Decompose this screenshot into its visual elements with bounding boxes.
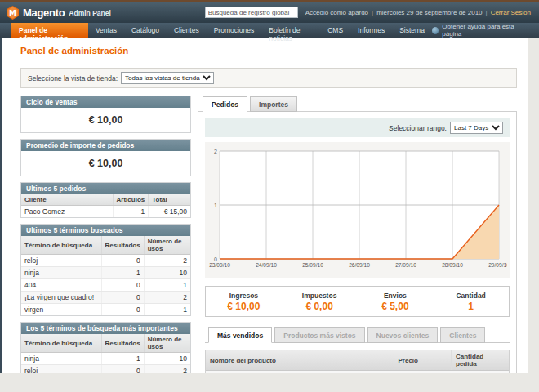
- table-row[interactable]: virgen01: [21, 304, 190, 316]
- current-date: miércoles 29 de septiembre de 2010: [376, 9, 482, 16]
- empty-row: No se encontraron registros.: [206, 371, 509, 374]
- last-orders-title: Ultimos 5 pedidos: [21, 183, 190, 194]
- nav-item-ventas[interactable]: Ventas: [88, 23, 124, 38]
- top-search-terms-table: Término de búsquedaResultadosNúmero de u…: [21, 334, 190, 373]
- sales-cycle-value: € 10,00: [21, 108, 190, 132]
- total-ingresos: Ingresos€ 10,00: [206, 292, 282, 312]
- average-order-title: Promedio de importe de pedidos: [21, 140, 190, 151]
- cell: Paco Gomez: [21, 206, 113, 218]
- column-header-resultados: Resultados: [101, 236, 144, 255]
- total-value: € 5,00: [358, 301, 434, 312]
- tab-mas-vendidos[interactable]: Más vendidos: [208, 327, 272, 343]
- total-cantidad: Cantidad1: [433, 292, 509, 312]
- totals-row: Ingresos€ 10,00Impuestos€ 0,00Envios€ 5,…: [205, 286, 510, 317]
- cell: 0: [101, 279, 144, 292]
- table-row[interactable]: ¡La virgen que cuadro!02: [21, 292, 190, 304]
- nav-item-clientes[interactable]: Clientes: [167, 23, 207, 38]
- nav-item-sistema[interactable]: Sistema: [392, 23, 432, 38]
- total-value: € 0,00: [282, 301, 358, 312]
- nav-item-boletin-de-noticias[interactable]: Boletín de noticias: [261, 23, 320, 38]
- store-view-select[interactable]: Todas las vistas de tienda: [121, 72, 214, 84]
- total-label: Envios: [358, 292, 434, 300]
- nav-item-promociones[interactable]: Promociones: [207, 23, 262, 38]
- table-row[interactable]: reloj02: [21, 255, 190, 267]
- svg-text:1: 1: [214, 203, 217, 208]
- table-row[interactable]: ninja110: [21, 353, 190, 365]
- column-header-articulos: Articulos: [113, 194, 149, 206]
- svg-text:24/09/10: 24/09/10: [256, 262, 277, 268]
- global-search-input[interactable]: [205, 7, 298, 18]
- logo-text: Magento: [23, 7, 65, 19]
- magento-admin-window: M Magento Admin Panel Accedió como apard…: [0, 0, 539, 392]
- column-header-cliente: Cliente: [21, 194, 113, 206]
- help-link[interactable]: Obtener ayuda para esta página: [442, 23, 529, 38]
- tab-importes[interactable]: Importes: [250, 96, 297, 112]
- cell: 0: [101, 304, 144, 316]
- column-header-termino-de-busqueda: Término de búsqueda: [21, 236, 101, 255]
- bestsellers-table: Nombre del productoPrecioCantidad pedida…: [206, 350, 509, 373]
- total-label: Ingresos: [206, 292, 282, 300]
- table-row[interactable]: 40401: [21, 279, 190, 292]
- last-search-terms-table: Término de búsquedaResultadosNúmero de u…: [21, 236, 190, 315]
- cell: 0: [101, 365, 144, 374]
- cell: 1: [144, 304, 190, 316]
- report-tabs: Más vendidosProductos más vistosNuevos c…: [205, 327, 510, 343]
- sales-cycle-box: Ciclo de ventas € 10,00: [20, 96, 191, 133]
- store-view-label: Seleccione la vista de tienda:: [28, 74, 118, 82]
- tab-pedidos[interactable]: Pedidos: [203, 96, 247, 112]
- column-header-termino-de-busqueda: Término de búsqueda: [21, 334, 101, 353]
- content-area: Panel de administración Seleccione la vi…: [0, 38, 528, 373]
- last-orders-box: Ultimos 5 pedidos ClienteArticulosTotalP…: [20, 182, 191, 218]
- cell: 2: [144, 255, 190, 267]
- orders-chart-container: 01223/09/1024/09/1025/09/1026/09/1027/09…: [205, 142, 510, 278]
- tab-productos-mas-vistos: Productos más vistos: [274, 327, 364, 343]
- cell: ¡La virgen que cuadro!: [21, 292, 101, 304]
- svg-text:27/09/10: 27/09/10: [395, 262, 416, 268]
- header-right: Accedió como apardo | miércoles 29 de se…: [205, 7, 531, 18]
- magento-logo-icon: M: [7, 6, 19, 20]
- nav-item-informes[interactable]: Informes: [350, 23, 392, 38]
- table-header-row: Término de búsquedaResultadosNúmero de u…: [21, 236, 190, 255]
- column-header-numero-de-usos: Número de usos: [144, 334, 190, 353]
- cell: 2: [144, 365, 190, 374]
- sales-cycle-title: Ciclo de ventas: [21, 96, 190, 108]
- header-separator: |: [372, 9, 373, 16]
- page-title: Panel de administración: [20, 46, 517, 56]
- tab-clientes: Clientes: [440, 327, 485, 343]
- logged-in-as: Accedió como apardo: [305, 9, 368, 16]
- dashboard-tabs: PedidosImportes: [198, 96, 517, 111]
- last-orders-table: ClienteArticulosTotalPaco Gomez1€ 15,00: [21, 194, 190, 217]
- cell: 1: [101, 267, 144, 279]
- left-column: Ciclo de ventas € 10,00 Promedio de impo…: [20, 96, 191, 373]
- dashboard-panel: Seleccionar rango: Last 7 Days 01223/09/…: [198, 111, 517, 373]
- nav-item-catalogo[interactable]: Catálogo: [124, 23, 167, 38]
- cell: € 15,00: [149, 206, 190, 218]
- total-impuestos: Impuestos€ 0,00: [282, 292, 358, 312]
- nav-item-cms[interactable]: CMS: [320, 23, 350, 38]
- table-row[interactable]: Paco Gomez1€ 15,00: [21, 206, 190, 218]
- column-header-resultados: Resultados: [101, 334, 144, 353]
- cell: 0: [101, 292, 144, 304]
- cell: virgen: [21, 304, 101, 316]
- column-header-numero-de-usos: Número de usos: [144, 236, 190, 255]
- cell: ninja: [21, 267, 101, 279]
- main-nav: Panel de administraciónVentasCatálogoCli…: [0, 23, 539, 38]
- table-row[interactable]: reloj02: [21, 365, 190, 374]
- nav-list: Panel de administraciónVentasCatálogoCli…: [11, 23, 432, 38]
- title-divider: [20, 60, 517, 60]
- table-row[interactable]: ninja110: [21, 267, 190, 279]
- header-separator: |: [486, 9, 488, 16]
- cell: 10: [144, 267, 190, 279]
- cell: 404: [21, 279, 101, 292]
- average-order-box: Promedio de importe de pedidos € 10,00: [20, 139, 191, 176]
- average-order-value: € 10,00: [21, 151, 190, 176]
- svg-text:M: M: [9, 9, 16, 17]
- cell: 0: [101, 255, 144, 267]
- range-select[interactable]: Last 7 Days: [450, 122, 503, 134]
- nav-item-panel-de-administracion[interactable]: Panel de administración: [11, 23, 88, 38]
- top-search-terms-title: Los 5 términos de búsqueda más important…: [21, 323, 190, 334]
- logout-link[interactable]: Cerrar Sesión: [491, 9, 531, 16]
- page-footer: [0, 373, 539, 392]
- svg-text:26/09/10: 26/09/10: [349, 262, 370, 268]
- column-header-cantidad-pedida: Cantidad pedida: [452, 350, 510, 371]
